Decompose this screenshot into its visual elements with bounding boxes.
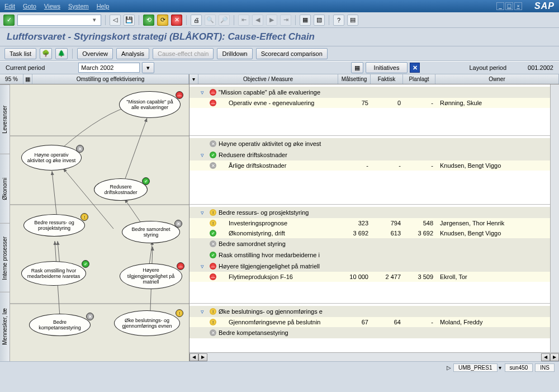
owner-name: Ekroll, Tor bbox=[438, 273, 550, 280]
status-gray-icon: ✕ bbox=[210, 240, 216, 247]
objective-row[interactable]: ▿—Høyere tilgjengjengelighet på matriell bbox=[190, 261, 550, 272]
minimize-icon[interactable]: _ bbox=[496, 2, 504, 10]
objective-row[interactable]: ▿!Øke beslutnings- og gjennomførings e bbox=[190, 306, 550, 317]
scroll-right2-icon[interactable]: ▶ bbox=[550, 353, 559, 361]
initiatives-icon[interactable]: ▦ bbox=[351, 62, 363, 73]
current-period-field[interactable]: March 2002 bbox=[78, 63, 140, 73]
objective-row[interactable]: ✓Rask omstilling hvor medarbeiderne i bbox=[190, 249, 550, 261]
cause-effect-button[interactable]: Cause-effect chain bbox=[153, 48, 214, 59]
col-plan[interactable]: Planlagt bbox=[403, 74, 435, 84]
actual-value: 64 bbox=[373, 319, 405, 325]
status-nav-icon[interactable]: ▷ bbox=[447, 365, 451, 371]
status-red-icon: — bbox=[210, 89, 216, 96]
tasklist-button[interactable]: Task list bbox=[4, 48, 36, 59]
scroll-left-icon[interactable]: ◀ bbox=[190, 353, 198, 361]
vtab-leveranser[interactable]: Leveranser bbox=[0, 84, 10, 154]
node-oke-beslutnings[interactable]: Øke beslutnings- og gjennomførings evnen bbox=[114, 310, 180, 336]
cancel-button[interactable]: ✕ bbox=[171, 15, 182, 26]
find-button[interactable]: 🔍 bbox=[205, 15, 216, 26]
tree-icon-2[interactable]: 🌲 bbox=[55, 48, 68, 59]
next-page-button[interactable]: ▶ bbox=[266, 15, 277, 26]
first-page-button[interactable]: ⇤ bbox=[238, 15, 249, 26]
measure-name: Gjennomføringsevne på beslutnin bbox=[217, 319, 340, 325]
prev-page-button[interactable]: ◀ bbox=[252, 15, 263, 26]
vertical-scrollbar[interactable] bbox=[550, 84, 559, 352]
node-rask-omstilling[interactable]: Rask omstilling hvor medarbeiderne ivare… bbox=[21, 261, 86, 286]
twistie-icon[interactable]: ▿ bbox=[201, 209, 209, 216]
vtab-okonomi[interactable]: Økonomi bbox=[0, 154, 10, 223]
new-session-button[interactable]: ▦ bbox=[300, 15, 311, 26]
last-page-button[interactable]: ⇥ bbox=[280, 15, 291, 26]
maximize-icon[interactable]: ☐ bbox=[505, 2, 513, 10]
layout-button[interactable]: ▤ bbox=[347, 15, 358, 26]
col-toggle[interactable]: ▾ bbox=[190, 74, 198, 84]
objective-row[interactable]: ▿!Bedre ressurs- og prosjektstyring bbox=[190, 207, 550, 218]
twistie-icon[interactable]: ▿ bbox=[201, 263, 209, 270]
close-icon[interactable]: × bbox=[514, 2, 522, 10]
objective-row[interactable]: ✕Bedre samordnet styring bbox=[190, 238, 550, 249]
objective-row[interactable]: ▿—"Mission capable" på alle evalueringe bbox=[190, 87, 550, 98]
target-value: 10 000 bbox=[340, 273, 373, 280]
exit-button[interactable]: ⟳ bbox=[157, 15, 168, 26]
col-owner[interactable]: Owner bbox=[435, 74, 559, 84]
horizontal-scrollbar[interactable]: ◀ ▶ ◀ ▶ bbox=[190, 352, 559, 361]
nav-back-button[interactable]: ⟲ bbox=[143, 15, 154, 26]
vtab-interne[interactable]: Interne prosesser bbox=[0, 223, 10, 292]
node-mission-capable[interactable]: "Mission capable" på alle evalueringer bbox=[119, 91, 181, 118]
measure-row[interactable]: ✓Økonomistyring, drift3 6926133 692Knuds… bbox=[190, 228, 550, 238]
node-redusere[interactable]: Redusere driftskostnader bbox=[94, 178, 148, 201]
find-next-button[interactable]: 🔎 bbox=[219, 15, 230, 26]
twistie-icon[interactable]: ▿ bbox=[201, 152, 209, 159]
objective-row[interactable]: ▿✓Redusere driftskostnader bbox=[190, 149, 550, 160]
shortcut-button[interactable]: ▧ bbox=[314, 15, 325, 26]
tree-icon-1[interactable]: 🌳 bbox=[40, 48, 52, 59]
menu-goto[interactable]: Goto bbox=[23, 3, 36, 10]
menu-edit[interactable]: Edit bbox=[4, 3, 15, 10]
objective-name: Bedre ressurs- og prosjektstyring bbox=[217, 209, 340, 216]
dropdown-icon[interactable]: ▾ bbox=[91, 16, 98, 23]
node-bedre-ressurs[interactable]: Bedre ressurs- og prosjektstyring bbox=[23, 214, 85, 237]
left-header: 95 % ▦ Omstilling og effektivisering bbox=[0, 74, 189, 84]
col-actual[interactable]: Faktisk bbox=[371, 74, 403, 84]
scorecard-button[interactable]: Scorecard comparison bbox=[256, 48, 328, 59]
save-button[interactable]: 💾 bbox=[124, 15, 135, 26]
close-initiatives-button[interactable]: ✕ bbox=[410, 63, 420, 73]
objective-row[interactable]: ✕Høyne operativ aktivitet og øke invest bbox=[190, 138, 550, 149]
drilldown-button[interactable]: Drilldown bbox=[217, 48, 252, 59]
expand-all-icon[interactable]: ▦ bbox=[23, 74, 32, 84]
measure-row[interactable]: —Operativ evne - egenevaluering750-Rønni… bbox=[190, 98, 550, 108]
statusbar: ▷ UMB_PRES1 ▾ sun450 INS bbox=[0, 361, 559, 374]
initiatives-button[interactable]: Initiatives bbox=[366, 62, 408, 73]
objective-row[interactable]: ✕Bedre kompetansestyring bbox=[190, 327, 550, 338]
scroll-left2-icon[interactable]: ◀ bbox=[541, 353, 550, 361]
measure-row[interactable]: !Gjennomføringsevne på beslutnin6764-Mol… bbox=[190, 317, 550, 327]
col-objective[interactable]: Objective / Measure bbox=[198, 74, 338, 84]
scroll-right-icon[interactable]: ▶ bbox=[198, 353, 207, 361]
help-button[interactable]: ? bbox=[333, 15, 344, 26]
print-button[interactable]: 🖨 bbox=[191, 15, 202, 26]
menu-help[interactable]: Help bbox=[97, 3, 110, 10]
measure-row[interactable]: —Flytimeproduksjon F-1610 0002 4773 509E… bbox=[190, 272, 550, 282]
col-target[interactable]: Målsetting bbox=[338, 74, 371, 84]
sap-logo: SAP bbox=[534, 1, 555, 11]
enter-button[interactable]: ✓ bbox=[3, 15, 15, 26]
overview-button[interactable]: Overview bbox=[77, 48, 113, 59]
twistie-icon[interactable]: ▿ bbox=[201, 308, 209, 315]
period-dropdown[interactable]: ▾ bbox=[142, 62, 154, 73]
node-hoyere-tilgj[interactable]: Høyere tilgjengjengelighet på matriell bbox=[120, 263, 182, 289]
measure-row[interactable]: ✕Årlige driftskostnader---Knudsen, Bengt… bbox=[190, 160, 550, 171]
twistie-icon[interactable]: ▿ bbox=[201, 89, 209, 96]
cause-effect-diagram[interactable]: "Mission capable" på alle evalueringer —… bbox=[10, 84, 189, 361]
window-controls: _ ☐ × bbox=[496, 2, 522, 10]
node-bedre-samordnet[interactable]: Bedre samordnet styring bbox=[122, 221, 180, 243]
menu-views[interactable]: Views bbox=[44, 3, 60, 10]
percent-header[interactable]: 95 % bbox=[0, 74, 23, 84]
back-button[interactable]: ◁ bbox=[110, 15, 121, 26]
analysis-button[interactable]: Analysis bbox=[116, 48, 149, 59]
command-field[interactable]: ▾ bbox=[17, 15, 101, 26]
vtab-mennesker[interactable]: Mennesker, læ bbox=[0, 292, 10, 361]
node-hoyne-operativ[interactable]: Høyne operativ aktivitet og øke invest bbox=[21, 145, 82, 171]
menu-system[interactable]: System bbox=[68, 3, 89, 10]
node-bedre-komp[interactable]: Bedre kompetansestyring bbox=[29, 314, 91, 336]
measure-row[interactable]: !Investeringsprognose323794548Jørgensen,… bbox=[190, 218, 550, 228]
